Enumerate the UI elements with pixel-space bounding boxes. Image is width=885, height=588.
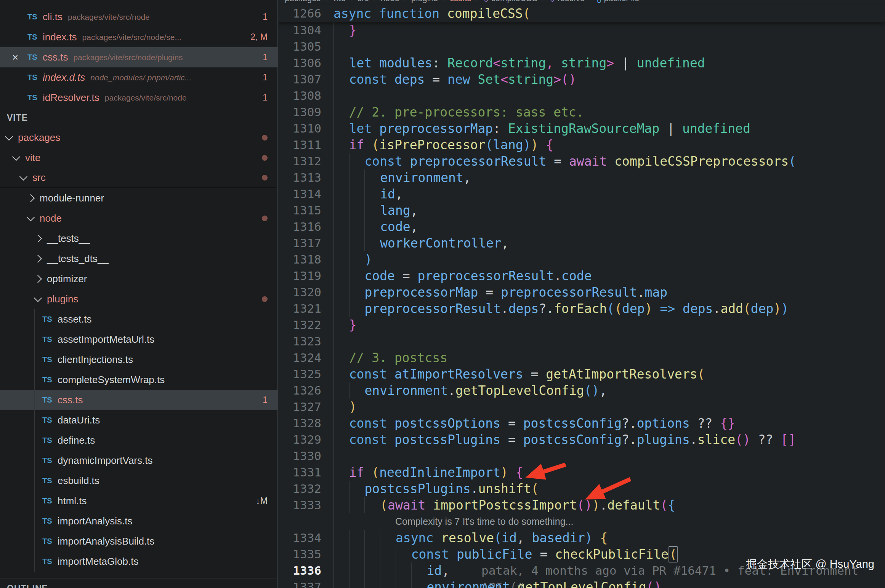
tree-item-dynamicImportVars.ts[interactable]: TSdynamicImportVars.ts (0, 451, 277, 471)
breadcrumb-item-compileCSS[interactable]: ◇compileCSS (483, 0, 537, 5)
tree-item-__tests__[interactable]: __tests__ (0, 228, 277, 249)
tree-item-label: optimizer (47, 273, 87, 285)
tokens: workerController, (380, 235, 509, 251)
code-line-1326[interactable]: 1326environment.getTopLevelConfig(), (278, 382, 885, 399)
tree-item-assetImportMetaUrl.ts[interactable]: TSassetImportMetaUrl.ts (0, 329, 277, 350)
tree-item-plugins[interactable]: plugins (0, 289, 277, 309)
code-line-1324[interactable]: 1324// 3. postcss (278, 350, 885, 366)
open-editor-item-index.ts[interactable]: TSindex.tspackages/vite/src/node/se...2,… (0, 27, 277, 47)
chevron-down-icon[interactable] (12, 153, 20, 161)
tokens: postcssPlugins.unshift( (364, 481, 539, 497)
code-line-1307[interactable]: 1307const deps = new Set<string>() (278, 71, 885, 88)
breadcrumb-item-publicFile[interactable]: {}publicFile (596, 0, 639, 5)
chevron-down-icon[interactable] (27, 213, 35, 221)
code-line-1308[interactable]: 1308 (278, 88, 885, 104)
code-line-1310[interactable]: 1310let preprocessorMap: ExistingRawSour… (278, 120, 885, 137)
tree-item-html.ts[interactable]: TShtml.ts↓M (0, 491, 277, 511)
open-editor-item-cli.ts[interactable]: TScli.tspackages/vite/src/node1 (0, 7, 277, 27)
section-header-outline[interactable]: OUTLINE (0, 578, 277, 588)
breadcrumb-item-node[interactable]: node (381, 0, 399, 5)
typescript-file-icon: TS (42, 557, 58, 566)
tree-item-css.ts[interactable]: TScss.ts1 (0, 390, 277, 410)
code-line-1313[interactable]: 1313environment, (278, 169, 885, 186)
code-line-1315[interactable]: 1315lang, (278, 202, 885, 219)
tree-item-importAnalysisBuild.ts[interactable]: TSimportAnalysisBuild.ts (0, 531, 277, 551)
chevron-down-icon[interactable] (19, 173, 27, 181)
tree-item-define.ts[interactable]: TSdefine.ts (0, 430, 277, 451)
code-line-1306[interactable]: 1306let modules: Record<string, string> … (278, 55, 885, 71)
code-line-1328[interactable]: 1328const postcssOptions = postcssConfig… (278, 415, 885, 431)
codelens-row[interactable]: Complexity is 7 It's time to do somethin… (278, 513, 885, 530)
tokens: } (349, 22, 357, 38)
code-line-1320[interactable]: 1320preprocessorMap = preprocessorResult… (278, 284, 885, 300)
code-line-1309[interactable]: 1309// 2. pre-processors: sass etc. (278, 104, 885, 120)
chevron-down-icon[interactable] (34, 294, 42, 302)
tree-item-importAnalysis.ts[interactable]: TSimportAnalysis.ts (0, 511, 277, 531)
code-line-1314[interactable]: 1314id, (278, 186, 885, 202)
code-line-1323[interactable]: 1323 (278, 333, 885, 350)
chevron-right-icon[interactable] (34, 275, 42, 283)
code-line-1305[interactable]: 1305 (278, 38, 885, 55)
tree-item-packages[interactable]: packages (0, 128, 277, 148)
code-line-1322[interactable]: 1322} (278, 317, 885, 333)
close-icon[interactable]: × (8, 47, 23, 67)
tree-item-node[interactable]: node (0, 208, 277, 228)
tree-item-module-runner[interactable]: module-runner (0, 188, 277, 208)
code-line-1327[interactable]: 1327) (278, 399, 885, 415)
tree-item-dataUri.ts[interactable]: TSdataUri.ts (0, 410, 277, 430)
line-number: 1332 (278, 481, 333, 497)
tree-item-src[interactable]: src (0, 168, 277, 188)
open-editor-item-css.ts[interactable]: ×TScss.tspackages/vite/src/node/plugins1 (0, 47, 277, 67)
code-line-1311[interactable]: 1311if (isPreProcessor(lang)) { (278, 137, 885, 153)
open-editor-item-idResolver.ts[interactable]: TSidResolver.tspackages/vite/src/node1 (0, 88, 277, 108)
breadcrumb-item-packages[interactable]: packages (285, 0, 321, 5)
tree-item-vite[interactable]: vite (0, 148, 277, 168)
modified-dot-badge (262, 296, 268, 302)
code-line-1332[interactable]: 1332postcssPlugins.unshift( (278, 481, 885, 497)
tokens: code, (380, 219, 418, 235)
code-line-1317[interactable]: 1317workerController, (278, 235, 885, 251)
tree-item-label: __tests__ (47, 233, 90, 244)
code-line-1266[interactable]: 1266async function compileCSS( (278, 5, 531, 22)
indent-guide (364, 186, 380, 202)
tree-item-__tests_dts__[interactable]: __tests_dts__ (0, 249, 277, 269)
breadcrumb-separator: › (369, 0, 380, 5)
line-content: id, (333, 186, 403, 202)
tree-item-importMetaGlob.ts[interactable]: TSimportMetaGlob.ts (0, 551, 277, 572)
code-line-1316[interactable]: 1316code, (278, 219, 885, 235)
breadcrumb-item-vite[interactable]: vite (333, 0, 346, 5)
chevron-right-icon[interactable] (27, 194, 35, 202)
tree-item-clientInjections.ts[interactable]: TSclientInjections.ts (0, 350, 277, 370)
code-line-1330[interactable]: 1330 (278, 448, 885, 464)
chevron-down-icon[interactable] (5, 133, 13, 141)
code-line-1319[interactable]: 1319code = preprocessorResult.code (278, 268, 885, 284)
code-line-1325[interactable]: 1325const atImportResolvers = getAtImpor… (278, 366, 885, 382)
code-line-1304[interactable]: 1304} (278, 22, 885, 38)
code-line-1331[interactable]: 1331if (needInlineImport) { (278, 464, 885, 481)
chevron-right-icon[interactable] (34, 235, 42, 243)
tokens: id, (426, 562, 449, 579)
breadcrumb-item-src[interactable]: src (358, 0, 369, 5)
code-line-1312[interactable]: 1312const preprocessorResult = await com… (278, 153, 885, 169)
tree-item-asset.ts[interactable]: TSasset.ts (0, 309, 277, 329)
code-line-1318[interactable]: 1318) (278, 251, 885, 268)
code-line-1333[interactable]: 1333(await importPostcssImport()).defaul… (278, 497, 885, 513)
file-name: index.ts (43, 31, 77, 43)
variable-symbol-icon: {} (596, 0, 601, 3)
chevron-right-icon[interactable] (34, 255, 42, 263)
breadcrumb-item-resolve[interactable]: ◇resolve (549, 0, 584, 5)
indent-guide (364, 562, 380, 579)
code-line-1334[interactable]: 1334async resolve(id, basedir) { (278, 530, 885, 546)
section-header-vite[interactable]: VITE (0, 108, 277, 128)
sticky-scroll-line[interactable]: 1266async function compileCSS( (278, 5, 885, 22)
tree-item-optimizer[interactable]: optimizer (0, 269, 277, 289)
code-line-1329[interactable]: 1329const postcssPlugins = postcssConfig… (278, 431, 885, 448)
breadcrumb-item-css.ts[interactable]: css.ts (450, 0, 471, 5)
open-editor-item-index.d.ts[interactable]: TSindex.d.tsnode_modules/.pnpm/artic...1 (0, 67, 277, 88)
codelens-complexity-hint[interactable]: Complexity is 7 It's time to do somethin… (333, 513, 573, 530)
tree-item-completeSystemWrap.ts[interactable]: TScompleteSystemWrap.ts (0, 370, 277, 390)
code-line-1321[interactable]: 1321preprocessorResult.deps?.forEach((de… (278, 300, 885, 317)
breadcrumb-item-plugins[interactable]: plugins (411, 0, 438, 5)
tree-item-esbuild.ts[interactable]: TSesbuild.ts (0, 471, 277, 491)
code-line-1337[interactable]: 1337environment.getTopLevelConfig() (278, 579, 885, 588)
